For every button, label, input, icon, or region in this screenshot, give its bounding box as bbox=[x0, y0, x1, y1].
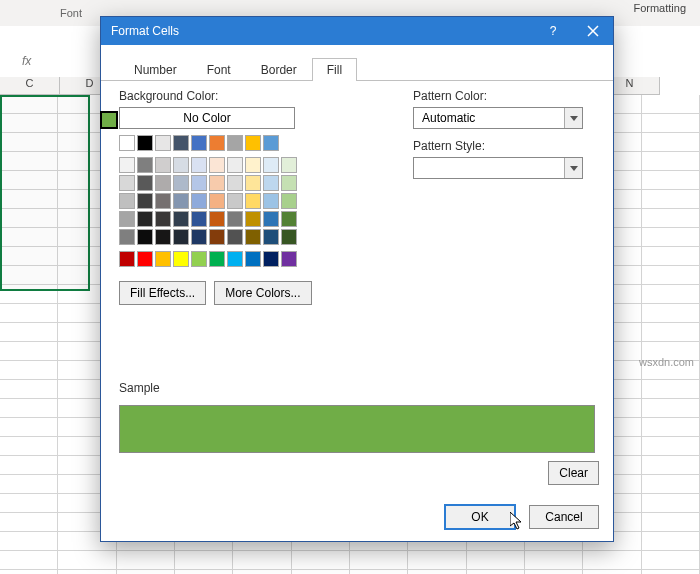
cell[interactable] bbox=[642, 494, 700, 513]
color-swatch[interactable] bbox=[119, 157, 135, 173]
color-swatch[interactable] bbox=[137, 251, 153, 267]
cell[interactable] bbox=[0, 475, 58, 494]
no-color-button[interactable]: No Color bbox=[119, 107, 295, 129]
color-swatch[interactable] bbox=[119, 229, 135, 245]
cell[interactable] bbox=[525, 551, 583, 570]
cell[interactable] bbox=[642, 133, 700, 152]
color-swatch[interactable] bbox=[119, 193, 135, 209]
cell[interactable] bbox=[0, 513, 58, 532]
cell[interactable] bbox=[0, 570, 58, 574]
color-swatch[interactable] bbox=[155, 157, 171, 173]
cell[interactable] bbox=[0, 323, 58, 342]
cell[interactable] bbox=[0, 380, 58, 399]
color-swatch[interactable] bbox=[281, 175, 297, 191]
cell[interactable] bbox=[642, 228, 700, 247]
color-swatch[interactable] bbox=[119, 135, 135, 151]
cell[interactable] bbox=[233, 570, 291, 574]
color-swatch[interactable] bbox=[281, 251, 297, 267]
color-swatch[interactable] bbox=[245, 251, 261, 267]
cell[interactable] bbox=[0, 361, 58, 380]
color-swatch[interactable] bbox=[263, 193, 279, 209]
color-swatch[interactable] bbox=[173, 135, 189, 151]
cell[interactable] bbox=[408, 570, 466, 574]
cell[interactable] bbox=[0, 418, 58, 437]
color-swatch[interactable] bbox=[173, 251, 189, 267]
cell[interactable] bbox=[642, 551, 700, 570]
cell[interactable] bbox=[350, 570, 408, 574]
cell[interactable] bbox=[58, 551, 116, 570]
cell[interactable] bbox=[0, 494, 58, 513]
cell[interactable] bbox=[525, 570, 583, 574]
cell[interactable] bbox=[642, 114, 700, 133]
cell[interactable] bbox=[58, 570, 116, 574]
color-swatch[interactable] bbox=[191, 175, 207, 191]
cell[interactable] bbox=[408, 551, 466, 570]
cell[interactable] bbox=[642, 285, 700, 304]
cell[interactable] bbox=[292, 551, 350, 570]
color-swatch[interactable] bbox=[173, 211, 189, 227]
cell[interactable] bbox=[642, 475, 700, 494]
color-swatch[interactable] bbox=[119, 251, 135, 267]
color-swatch[interactable] bbox=[137, 229, 153, 245]
color-swatch[interactable] bbox=[209, 157, 225, 173]
cell[interactable] bbox=[642, 266, 700, 285]
cell[interactable] bbox=[0, 551, 58, 570]
color-swatch[interactable] bbox=[155, 135, 171, 151]
color-swatch[interactable] bbox=[191, 229, 207, 245]
color-swatch[interactable] bbox=[209, 251, 225, 267]
color-swatch[interactable] bbox=[191, 251, 207, 267]
color-swatch[interactable] bbox=[227, 211, 243, 227]
color-swatch[interactable] bbox=[209, 229, 225, 245]
color-swatch[interactable] bbox=[263, 211, 279, 227]
cell[interactable] bbox=[467, 570, 525, 574]
color-swatch[interactable] bbox=[173, 175, 189, 191]
close-button[interactable] bbox=[573, 17, 613, 45]
cell[interactable] bbox=[642, 399, 700, 418]
cell[interactable] bbox=[642, 513, 700, 532]
cell[interactable] bbox=[642, 570, 700, 574]
cell[interactable] bbox=[642, 456, 700, 475]
cell[interactable] bbox=[0, 399, 58, 418]
color-swatch[interactable] bbox=[227, 157, 243, 173]
cell[interactable] bbox=[642, 323, 700, 342]
tab-number[interactable]: Number bbox=[119, 58, 192, 81]
cell[interactable] bbox=[117, 551, 175, 570]
color-swatch[interactable] bbox=[281, 211, 297, 227]
color-swatch[interactable] bbox=[281, 193, 297, 209]
cell[interactable] bbox=[642, 418, 700, 437]
color-swatch[interactable] bbox=[155, 175, 171, 191]
fill-effects-button[interactable]: Fill Effects... bbox=[119, 281, 206, 305]
cell[interactable] bbox=[583, 570, 641, 574]
color-swatch[interactable] bbox=[191, 157, 207, 173]
tab-border[interactable]: Border bbox=[246, 58, 312, 81]
color-swatch[interactable] bbox=[209, 135, 225, 151]
column-header[interactable]: C bbox=[0, 77, 60, 95]
color-swatch[interactable] bbox=[155, 211, 171, 227]
color-swatch[interactable] bbox=[227, 251, 243, 267]
color-swatch[interactable] bbox=[209, 175, 225, 191]
color-swatch[interactable] bbox=[263, 157, 279, 173]
color-swatch[interactable] bbox=[173, 229, 189, 245]
color-swatch[interactable] bbox=[155, 229, 171, 245]
cell[interactable] bbox=[642, 152, 700, 171]
cell[interactable] bbox=[642, 380, 700, 399]
color-swatch[interactable] bbox=[263, 251, 279, 267]
color-swatch[interactable] bbox=[263, 135, 279, 151]
color-swatch[interactable] bbox=[191, 193, 207, 209]
color-swatch[interactable] bbox=[263, 175, 279, 191]
color-swatch[interactable] bbox=[227, 175, 243, 191]
cell[interactable] bbox=[642, 247, 700, 266]
help-button[interactable]: ? bbox=[533, 17, 573, 45]
cell[interactable] bbox=[0, 342, 58, 361]
color-swatch[interactable] bbox=[173, 193, 189, 209]
cell[interactable] bbox=[642, 532, 700, 551]
clear-button[interactable]: Clear bbox=[548, 461, 599, 485]
color-swatch[interactable] bbox=[155, 193, 171, 209]
color-swatch[interactable] bbox=[119, 175, 135, 191]
ok-button[interactable]: OK bbox=[445, 505, 515, 529]
color-swatch[interactable] bbox=[227, 193, 243, 209]
tab-fill[interactable]: Fill bbox=[312, 58, 357, 81]
cell[interactable] bbox=[467, 551, 525, 570]
color-swatch[interactable] bbox=[245, 229, 261, 245]
color-swatch[interactable] bbox=[245, 211, 261, 227]
